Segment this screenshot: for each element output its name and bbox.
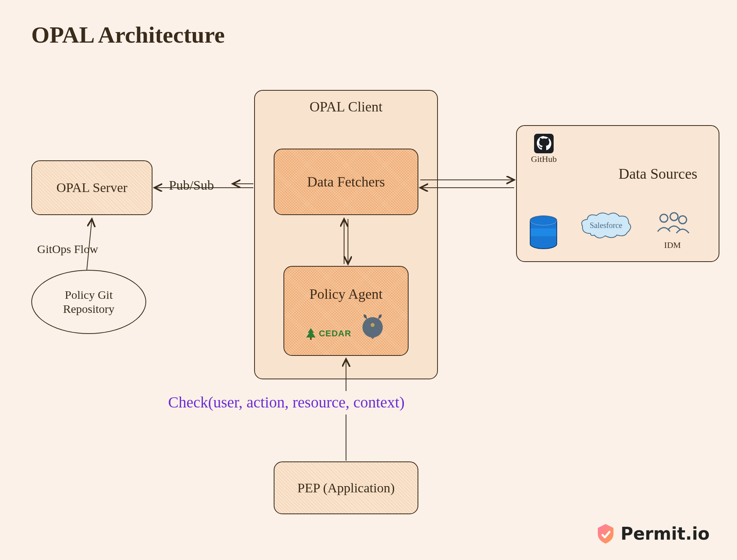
idm-people-icon xyxy=(653,211,692,240)
svg-rect-1 xyxy=(310,337,312,340)
data-sources-box: GitHub Data Sources Salesforce I xyxy=(516,125,719,262)
opa-viking-icon xyxy=(359,312,387,340)
permit-logo: Permit.io xyxy=(595,522,710,544)
diagram-title: OPAL Architecture xyxy=(31,22,225,48)
cedar-text: CEDAR xyxy=(319,328,351,339)
data-fetchers-box: Data Fetchers xyxy=(274,149,418,215)
idm-label: IDM xyxy=(664,240,681,250)
svg-point-8 xyxy=(670,213,678,221)
pep-box: PEP (Application) xyxy=(274,461,418,514)
data-fetchers-label: Data Fetchers xyxy=(307,174,385,190)
permit-text: Permit.io xyxy=(620,524,710,544)
gitops-flow-label: GitOps Flow xyxy=(37,242,98,256)
pep-label: PEP (Application) xyxy=(298,481,395,495)
svg-point-3 xyxy=(371,323,375,327)
svg-marker-0 xyxy=(306,328,316,337)
cedar-logo: CEDAR xyxy=(305,327,351,340)
github-block: GitHub xyxy=(526,133,561,164)
permit-badge-icon xyxy=(595,522,617,544)
policy-agent-label: Policy Agent xyxy=(310,286,383,302)
policy-git-repo: Policy Git Repository xyxy=(31,270,146,334)
svg-point-7 xyxy=(660,214,668,222)
salesforce-block: Salesforce xyxy=(579,210,633,250)
pubsub-label: Pub/Sub xyxy=(169,178,214,193)
cedar-tree-icon xyxy=(305,327,316,340)
database-icon xyxy=(528,215,559,250)
salesforce-label: Salesforce xyxy=(590,221,622,230)
svg-point-9 xyxy=(679,216,687,224)
policy-agent-box: Policy Agent CEDAR xyxy=(283,266,409,356)
check-call-label: Check(user, action, resource, context) xyxy=(168,393,405,411)
data-sources-label: Data Sources xyxy=(619,165,698,182)
opal-server-label: OPAL Server xyxy=(56,180,127,195)
github-icon xyxy=(533,133,554,154)
ds-bottom-row: Salesforce IDM xyxy=(528,210,692,250)
idm-block: IDM xyxy=(653,211,692,250)
opal-server-box: OPAL Server xyxy=(31,160,152,215)
policy-agent-icons: CEDAR xyxy=(305,312,386,340)
opal-client-label: OPAL Client xyxy=(310,99,382,115)
github-label: GitHub xyxy=(531,154,557,164)
